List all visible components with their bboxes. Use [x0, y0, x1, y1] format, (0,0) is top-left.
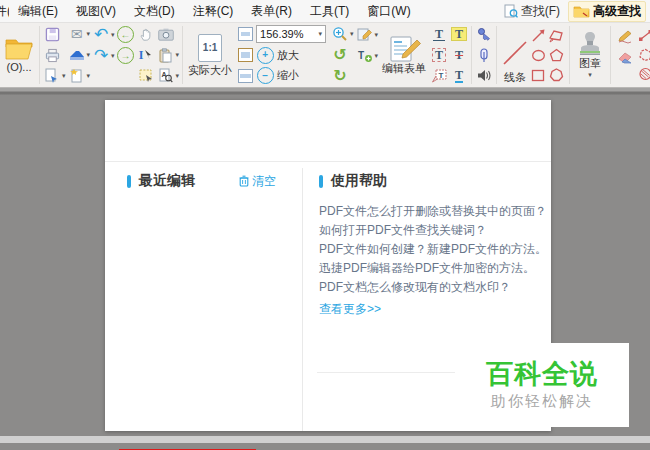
- attachment-tool-icon[interactable]: [475, 46, 493, 65]
- menu-item-comment[interactable]: 注释(C): [184, 0, 243, 23]
- perimeter-tool-icon[interactable]: [636, 45, 650, 64]
- menu-item-document[interactable]: 文档(D): [125, 0, 184, 23]
- status-strip: [0, 436, 650, 443]
- save-icon[interactable]: [43, 25, 61, 44]
- trash-icon: [239, 175, 249, 187]
- redo-icon[interactable]: ↷: [92, 46, 110, 65]
- paste-icon[interactable]: [157, 46, 175, 65]
- link-tool-icon[interactable]: [475, 25, 493, 44]
- menu-item-view[interactable]: 视图(V): [67, 0, 125, 23]
- recent-section: 最近编辑 清空 打开更多文件: [105, 162, 302, 431]
- menu-item-form[interactable]: 表单(R): [242, 0, 301, 23]
- welcome-panel-header-area: [105, 100, 551, 162]
- fit-page-icon[interactable]: [236, 25, 254, 44]
- marquee-zoom-dropdown-icon[interactable]: ▾: [350, 30, 354, 38]
- underline-text-icon[interactable]: T: [450, 66, 468, 85]
- highlight-text-icon[interactable]: T: [450, 25, 468, 44]
- edit-object-dropdown-icon[interactable]: ▾: [375, 31, 379, 39]
- add-text-icon[interactable]: T: [356, 46, 374, 65]
- doc-search-dropdown-icon[interactable]: ▾: [176, 72, 180, 80]
- strikeout-text-icon[interactable]: T: [450, 46, 468, 65]
- typewriter-icon[interactable]: T: [430, 25, 448, 44]
- line-tools-group: 线条: [499, 23, 567, 87]
- pencil-tool-icon[interactable]: [616, 27, 634, 46]
- svg-text:T: T: [358, 50, 364, 61]
- export-dropdown-icon[interactable]: ▾: [62, 72, 66, 80]
- find-icon: [504, 4, 518, 18]
- zoom-combo-dropdown-icon: ▾: [319, 30, 323, 38]
- open-file-button[interactable]: (O)...: [1, 23, 37, 87]
- help-link[interactable]: PDF文档怎么修改现有的文档水印？: [319, 278, 535, 297]
- new-dropdown-icon[interactable]: ▾: [87, 72, 91, 80]
- marquee-zoom-icon[interactable]: [331, 25, 349, 44]
- line-tool-icon[interactable]: [502, 36, 528, 70]
- clear-recent-button[interactable]: 清空: [239, 173, 276, 190]
- find-button[interactable]: 查找(F): [500, 2, 564, 21]
- print-icon[interactable]: [43, 46, 61, 65]
- rotate-cw-icon[interactable]: ↻: [331, 66, 349, 85]
- add-text-dropdown-icon[interactable]: ▾: [375, 52, 379, 60]
- eraser-tool-icon[interactable]: [616, 48, 634, 67]
- section-marker: [319, 175, 323, 188]
- email-icon[interactable]: ✉: [68, 25, 86, 44]
- zoom-level-combo[interactable]: 156.39% ▾: [256, 25, 326, 43]
- zoom-out-button[interactable]: −缩小: [256, 65, 326, 86]
- select-tool-icon[interactable]: I: [137, 46, 155, 65]
- edit-object-icon[interactable]: [356, 25, 374, 44]
- rectangle-tool-icon[interactable]: [529, 66, 547, 85]
- polyline-tool-icon[interactable]: [547, 26, 565, 45]
- edit-form-button[interactable]: 编辑表单: [379, 23, 429, 87]
- section-marker: [127, 175, 131, 188]
- menu-item-tools[interactable]: 工具(T): [301, 0, 358, 23]
- previous-view-icon[interactable]: ←: [117, 25, 135, 44]
- help-link[interactable]: 迅捷PDF编辑器给PDF文件加密的方法。: [319, 259, 535, 278]
- camera-icon[interactable]: [157, 25, 175, 44]
- line-tools-label: 线条: [504, 70, 526, 85]
- menu-item-window[interactable]: 窗口(W): [358, 0, 419, 23]
- advanced-find-button[interactable]: 高级查找: [568, 1, 646, 22]
- stamp-button[interactable]: 图章 ▾: [572, 23, 608, 87]
- next-view-icon[interactable]: →: [117, 46, 135, 65]
- menu-item-file-partial[interactable]: 文件(F): [0, 3, 9, 20]
- stamp-icon: [575, 30, 605, 57]
- polygon-tool-icon[interactable]: [547, 66, 565, 85]
- snapshot-area-icon[interactable]: [137, 66, 155, 85]
- undo-dropdown-icon[interactable]: ▾: [111, 31, 115, 39]
- actual-size-button[interactable]: 1:1 实际大小: [185, 23, 235, 87]
- paste-dropdown-icon[interactable]: ▾: [176, 51, 180, 59]
- hand-tool-icon[interactable]: [137, 25, 155, 44]
- scanner-icon[interactable]: [68, 46, 86, 65]
- redo-dropdown-icon[interactable]: ▾: [111, 52, 115, 60]
- help-link[interactable]: PDF文件如何创建？新建PDF文件的方法。: [319, 240, 535, 259]
- textbox-tool-icon[interactable]: T: [430, 46, 448, 65]
- new-document-icon[interactable]: [68, 66, 86, 85]
- help-link[interactable]: PDF文件怎么打开删除或替换其中的页面？: [319, 202, 535, 221]
- callout-tool-icon[interactable]: T: [430, 66, 448, 85]
- oval-tool-icon[interactable]: [529, 46, 547, 65]
- doc-search-icon[interactable]: A: [157, 66, 175, 85]
- email-dropdown-icon[interactable]: ▾: [87, 30, 91, 38]
- distance-tool-icon[interactable]: [636, 26, 650, 45]
- stamp-dropdown-icon[interactable]: ▾: [588, 69, 592, 81]
- pentagon-tool-icon[interactable]: [547, 46, 565, 65]
- undo-icon[interactable]: ↶: [92, 25, 110, 44]
- export-page-icon[interactable]: [43, 66, 61, 85]
- advanced-find-folder-icon: [573, 5, 590, 18]
- fit-width-icon[interactable]: [236, 46, 254, 65]
- menu-item-edit[interactable]: 编辑(E): [9, 0, 67, 23]
- scan-dropdown-icon[interactable]: ▾: [87, 51, 91, 59]
- help-link[interactable]: 如何打开PDF文件查找关键词？: [319, 221, 535, 240]
- area-tool-icon[interactable]: [636, 65, 650, 84]
- rotate-ccw-icon[interactable]: ↺: [331, 46, 349, 65]
- fit-visible-icon[interactable]: [236, 66, 254, 85]
- open-folder-icon: [4, 37, 34, 61]
- arrow-tool-icon[interactable]: [529, 26, 547, 45]
- watermark-badge: 百科全说 助你轻松解决: [455, 343, 629, 427]
- watermark-title: 百科全说: [486, 359, 598, 389]
- svg-text:T: T: [438, 70, 443, 79]
- see-more-link[interactable]: 查看更多>>: [319, 299, 381, 319]
- zoom-in-button[interactable]: +放大: [256, 45, 326, 66]
- sound-tool-icon[interactable]: [475, 66, 493, 85]
- recent-title: 最近编辑: [139, 172, 195, 190]
- measure-tools-group: 距 周 面: [613, 23, 650, 87]
